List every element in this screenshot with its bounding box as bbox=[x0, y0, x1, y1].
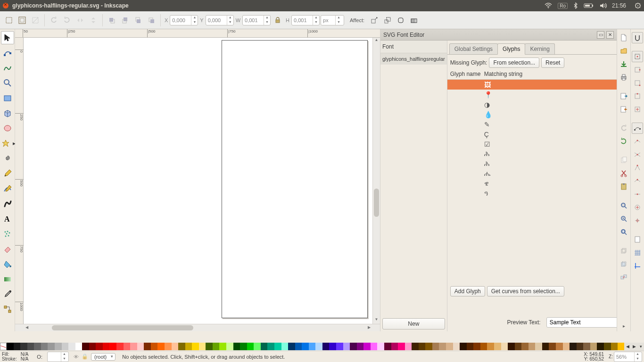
snap-path-icon[interactable] bbox=[632, 136, 643, 147]
snap-midpoint-icon[interactable] bbox=[632, 189, 643, 200]
color-swatch[interactable] bbox=[350, 343, 357, 350]
glyph-row[interactable]: ◑ bbox=[447, 99, 617, 109]
glyph-row[interactable]: ዌ bbox=[447, 179, 617, 189]
color-swatch[interactable] bbox=[116, 343, 124, 350]
color-swatch[interactable] bbox=[124, 343, 131, 350]
3dbox-tool-icon[interactable] bbox=[1, 107, 14, 120]
color-swatch[interactable] bbox=[446, 343, 453, 350]
color-swatch[interactable] bbox=[521, 343, 528, 350]
color-swatch[interactable] bbox=[48, 343, 55, 350]
color-swatch[interactable] bbox=[473, 343, 480, 350]
color-swatch[interactable] bbox=[419, 343, 426, 350]
color-swatch[interactable] bbox=[398, 343, 405, 350]
glyph-row[interactable]: ሕ bbox=[447, 159, 617, 169]
node-tool-icon[interactable] bbox=[1, 46, 14, 59]
snap-nodes-icon[interactable] bbox=[632, 123, 643, 134]
snap-bbox-edge-icon[interactable] bbox=[632, 64, 643, 75]
rect-tool-icon[interactable] bbox=[1, 91, 14, 105]
color-swatch[interactable] bbox=[130, 343, 137, 350]
eraser-tool-icon[interactable] bbox=[1, 242, 14, 255]
flip-v-icon[interactable] bbox=[87, 14, 99, 26]
opacity-spinner[interactable]: ▲▼ bbox=[47, 352, 69, 362]
snap-rotation-center-icon[interactable] bbox=[632, 215, 643, 226]
color-swatch[interactable] bbox=[157, 343, 165, 350]
color-swatch[interactable] bbox=[27, 343, 34, 350]
new-font-button[interactable]: New bbox=[382, 318, 445, 329]
w-spinner[interactable]: ▲▼ bbox=[242, 15, 271, 25]
tab-kerning[interactable]: Kerning bbox=[525, 43, 554, 54]
lower-bottom-icon[interactable] bbox=[145, 14, 157, 26]
color-swatch[interactable] bbox=[55, 343, 62, 350]
color-swatch[interactable] bbox=[75, 343, 83, 350]
color-swatch[interactable] bbox=[590, 343, 597, 350]
dropper-tool-icon[interactable] bbox=[1, 288, 14, 301]
color-swatch[interactable] bbox=[405, 343, 412, 350]
color-swatch[interactable] bbox=[185, 343, 192, 350]
glyph-row[interactable]: ዓ bbox=[447, 189, 617, 198]
volume-icon[interactable] bbox=[600, 3, 607, 8]
color-swatch[interactable] bbox=[151, 343, 158, 350]
spray-tool-icon[interactable] bbox=[1, 227, 14, 240]
cmd-col-expand-icon[interactable]: ▸ bbox=[623, 323, 625, 329]
canvas-viewport[interactable] bbox=[24, 38, 372, 324]
color-swatch[interactable] bbox=[597, 343, 604, 350]
snap-grid-icon[interactable] bbox=[632, 247, 643, 258]
color-swatch[interactable] bbox=[219, 343, 226, 350]
color-swatch[interactable] bbox=[213, 343, 220, 350]
color-swatch[interactable] bbox=[41, 343, 48, 350]
color-swatch[interactable] bbox=[89, 343, 96, 350]
power-icon[interactable] bbox=[635, 2, 641, 9]
color-swatch[interactable] bbox=[322, 343, 330, 350]
color-swatch[interactable] bbox=[68, 343, 75, 350]
tweak-tool-icon[interactable] bbox=[1, 61, 14, 74]
reset-button[interactable]: Reset bbox=[541, 58, 564, 68]
select-bbox-icon[interactable] bbox=[16, 14, 28, 26]
color-swatch[interactable] bbox=[281, 343, 289, 350]
spiral-tool-icon[interactable] bbox=[1, 152, 14, 165]
zoom-spinner[interactable]: ▲▼ bbox=[614, 352, 642, 362]
color-swatch[interactable] bbox=[377, 343, 384, 350]
color-swatch[interactable] bbox=[480, 343, 487, 350]
glyph-row[interactable]: ✎ bbox=[447, 119, 617, 129]
glyph-row[interactable]: ☑ bbox=[447, 139, 617, 149]
color-swatch[interactable] bbox=[14, 343, 21, 350]
color-swatch[interactable] bbox=[309, 343, 316, 350]
color-swatch[interactable] bbox=[295, 343, 302, 350]
color-swatch[interactable] bbox=[508, 343, 515, 350]
print-icon[interactable] bbox=[618, 72, 629, 83]
duplicate-icon[interactable] bbox=[618, 245, 629, 256]
color-swatch[interactable] bbox=[549, 343, 556, 350]
ruler-horizontal[interactable]: 50 |250 |500 |750 |1000 bbox=[15, 29, 380, 38]
gradient-tool-icon[interactable] bbox=[1, 272, 14, 286]
deselect-icon[interactable] bbox=[29, 14, 41, 26]
unlink-clone-icon[interactable] bbox=[618, 272, 629, 283]
affect-scale-icon[interactable] bbox=[381, 14, 394, 26]
color-swatch[interactable] bbox=[315, 343, 322, 350]
save-document-icon[interactable] bbox=[618, 58, 629, 70]
rotate-cw-icon[interactable] bbox=[61, 14, 73, 26]
y-spinner[interactable]: ▲▼ bbox=[206, 15, 234, 25]
bezier-tool-icon[interactable] bbox=[1, 182, 14, 195]
color-swatch[interactable] bbox=[412, 343, 419, 350]
layer-selector[interactable]: (root) bbox=[91, 353, 116, 361]
color-swatch[interactable] bbox=[7, 343, 14, 350]
selector-tool-icon[interactable] bbox=[1, 31, 14, 44]
cut-icon[interactable] bbox=[618, 168, 629, 179]
color-swatch[interactable] bbox=[233, 343, 240, 350]
glyph-row[interactable]: 🖼 bbox=[447, 80, 617, 90]
color-swatch[interactable] bbox=[62, 343, 69, 350]
visibility-icon[interactable]: 👁 bbox=[74, 354, 79, 360]
raise-top-icon[interactable] bbox=[106, 14, 118, 26]
snap-bbox-center-icon[interactable] bbox=[632, 104, 643, 115]
rotate-ccw-icon[interactable] bbox=[48, 14, 60, 26]
vertical-scrollbar[interactable]: ▲▼ bbox=[372, 38, 380, 324]
color-swatch[interactable] bbox=[199, 343, 206, 350]
font-list[interactable]: glyphicons_halflingsregular bbox=[380, 53, 447, 316]
export-icon[interactable] bbox=[618, 104, 629, 115]
color-swatch[interactable] bbox=[137, 343, 144, 350]
color-swatch[interactable] bbox=[363, 343, 371, 350]
snap-smooth-icon[interactable] bbox=[632, 175, 643, 187]
snap-center-icon[interactable] bbox=[632, 202, 643, 213]
color-swatch[interactable] bbox=[240, 343, 247, 350]
color-swatch[interactable] bbox=[254, 343, 261, 350]
